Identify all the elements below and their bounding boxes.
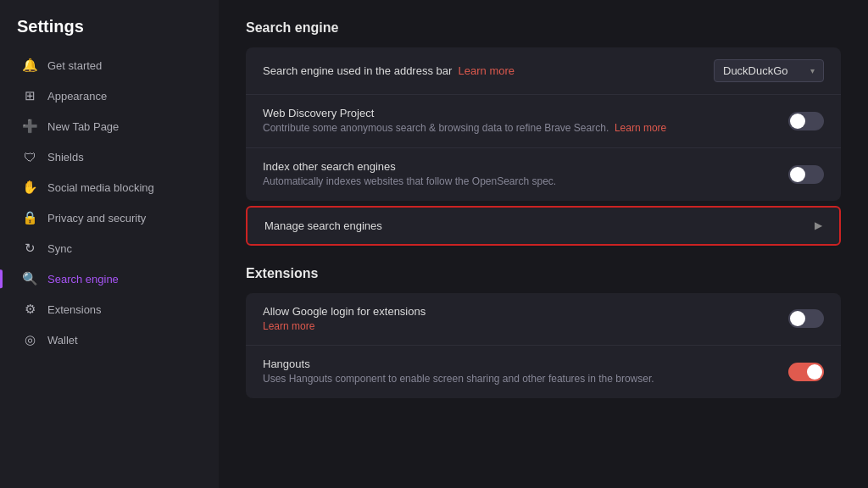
toggle-knob [790,311,805,326]
sidebar-item-label: Social media blocking [47,181,154,194]
sidebar-item-search-engine[interactable]: 🔍 Search engine [5,263,214,294]
index-search-content: Index other search engines Automatically… [263,160,788,189]
toggle-knob [790,167,805,182]
google-login-title: Allow Google login for extensions [263,305,788,318]
new-tab-icon: ➕ [22,119,37,134]
sidebar-item-extensions[interactable]: ⚙ Extensions [5,294,214,324]
social-block-icon: ✋ [22,180,37,195]
sidebar-item-shields[interactable]: 🛡 Shields [5,141,214,172]
web-discovery-row: Web Discovery Project Contribute some an… [246,95,841,148]
search-engine-section-title: Search engine [246,20,841,36]
index-search-desc: Automatically indexes websites that foll… [263,175,788,189]
chevron-right-icon: ▶ [815,219,822,231]
sidebar-item-sync[interactable]: ↻ Sync [5,233,214,263]
web-discovery-toggle[interactable] [788,112,824,130]
search-engine-card: Search engine used in the address bar Le… [246,47,841,201]
google-login-desc: Learn more [263,319,788,334]
sync-icon: ↻ [22,241,37,256]
sidebar-item-label: Sync [47,242,72,255]
dropdown-value: DuckDuckGo [723,64,788,77]
toggle-knob [790,114,805,129]
extensions-icon: ⚙ [22,302,37,317]
sidebar-item-label: Get started [47,59,102,72]
extensions-section-title: Extensions [246,266,841,281]
chevron-down-icon: ▾ [810,66,815,75]
index-search-toggle[interactable] [788,165,824,184]
address-bar-label: Search engine used in the address bar Le… [263,64,714,77]
sidebar-item-label: Privacy and security [47,212,146,225]
main-content: Search engine Search engine used in the … [219,0,868,488]
web-discovery-learn-more[interactable]: Learn more [615,122,666,134]
google-login-toggle[interactable] [788,309,824,328]
sidebar-item-social-media-blocking[interactable]: ✋ Social media blocking [5,172,214,202]
hangouts-row: Hangouts Uses Hangouts component to enab… [246,346,841,398]
sidebar-item-label: Search engine [47,273,119,286]
sidebar-item-label: Extensions [47,303,102,316]
search-engine-dropdown[interactable]: DuckDuckGo ▾ [714,59,824,82]
web-discovery-content: Web Discovery Project Contribute some an… [263,107,788,136]
search-icon: 🔍 [22,271,37,286]
index-search-engines-row: Index other search engines Automatically… [246,148,841,201]
wallet-icon: ◎ [22,332,37,347]
google-login-content: Allow Google login for extensions Learn … [263,305,788,334]
address-bar-learn-more[interactable]: Learn more [459,64,515,77]
sidebar-title: Settings [0,17,219,50]
search-engine-section: Search engine Search engine used in the … [246,20,841,246]
hangouts-title: Hangouts [263,358,788,370]
shield-icon: 🛡 [22,149,37,164]
extensions-card: Allow Google login for extensions Learn … [246,293,841,399]
web-discovery-title: Web Discovery Project [263,107,788,119]
sidebar-item-label: Wallet [47,334,78,347]
sidebar-item-label: New Tab Page [47,120,119,133]
manage-search-label: Manage search engines [264,219,815,232]
sidebar-item-label: Shields [47,151,84,164]
bell-icon: 🔔 [22,58,37,73]
extensions-section: Extensions Allow Google login for extens… [246,266,841,399]
google-login-row: Allow Google login for extensions Learn … [246,293,841,347]
sidebar-item-new-tab-page[interactable]: ➕ New Tab Page [5,111,214,141]
hangouts-desc: Uses Hangouts component to enable screen… [263,372,788,386]
toggle-knob [807,364,822,380]
index-search-title: Index other search engines [263,160,788,173]
sidebar-item-label: Appearance [47,90,107,103]
sidebar-item-appearance[interactable]: ⊞ Appearance [5,80,214,111]
address-bar-engine-row: Search engine used in the address bar Le… [246,47,841,95]
manage-search-engines-row[interactable]: Manage search engines ▶ [246,206,841,246]
sidebar: Settings 🔔 Get started ⊞ Appearance ➕ Ne… [0,0,219,488]
hangouts-toggle[interactable] [788,363,824,381]
hangouts-content: Hangouts Uses Hangouts component to enab… [263,358,788,386]
appearance-icon: ⊞ [22,88,37,103]
sidebar-item-privacy-and-security[interactable]: 🔒 Privacy and security [5,202,214,233]
lock-icon: 🔒 [22,210,37,225]
sidebar-item-wallet[interactable]: ◎ Wallet [5,324,214,355]
web-discovery-desc: Contribute some anonymous search & brows… [263,121,788,136]
google-login-learn-more[interactable]: Learn more [263,320,314,332]
sidebar-item-get-started[interactable]: 🔔 Get started [5,50,214,80]
